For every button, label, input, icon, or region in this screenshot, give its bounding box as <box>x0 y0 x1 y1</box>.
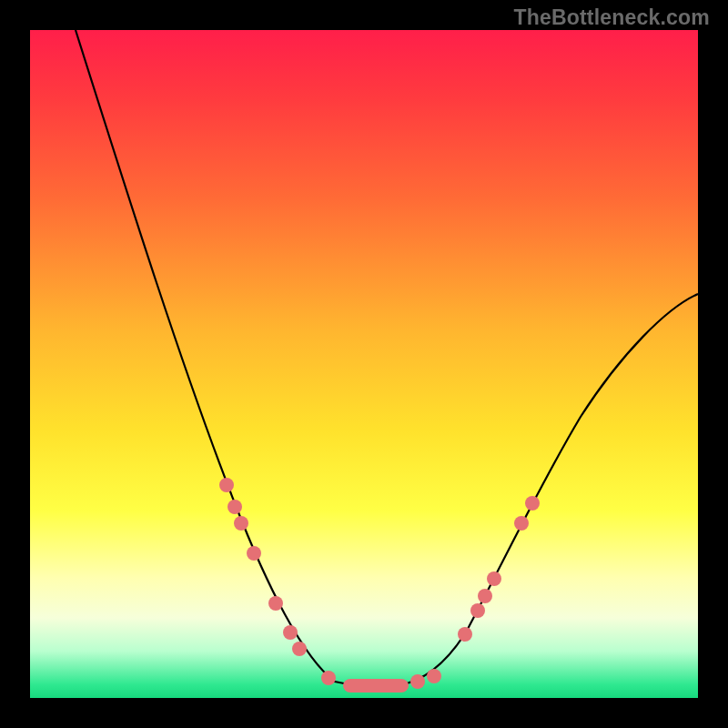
marker-right <box>514 516 529 531</box>
marker-right <box>458 627 472 642</box>
marker-left <box>234 516 248 531</box>
marker-left <box>219 478 234 492</box>
marker-left <box>247 546 261 561</box>
marker-right <box>470 603 485 618</box>
left-curve <box>76 30 353 685</box>
right-curve <box>399 294 698 685</box>
marker-right <box>427 669 441 683</box>
plot-svg <box>30 30 698 698</box>
marker-right <box>478 589 492 603</box>
marker-left <box>321 671 336 685</box>
marker-right <box>487 571 501 586</box>
marker-right <box>525 496 540 511</box>
chart-area <box>30 30 698 698</box>
marker-left <box>228 500 242 514</box>
marker-right <box>410 674 425 689</box>
marker-left <box>283 625 298 640</box>
flat-segment <box>343 679 409 693</box>
marker-left <box>292 642 307 656</box>
marker-left <box>268 596 283 611</box>
watermark-text: TheBottleneck.com <box>513 5 710 30</box>
